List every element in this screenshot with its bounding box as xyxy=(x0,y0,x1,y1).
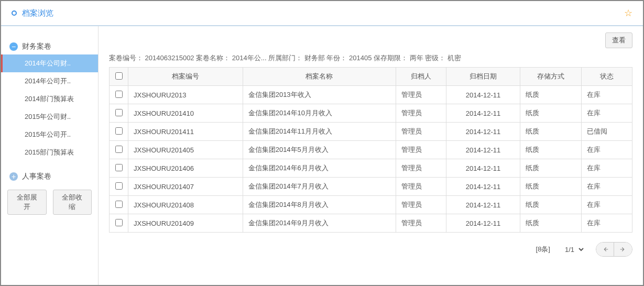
toolbar: 查看 xyxy=(109,32,632,48)
tree-item[interactable]: 2014年公司开.. xyxy=(1,72,98,90)
cell-status: 在库 xyxy=(582,141,632,159)
row-select-cell xyxy=(110,104,128,123)
expand-all-button[interactable]: 全部展开 xyxy=(7,190,47,215)
cell-name: 金信集团2014年10月月收入 xyxy=(243,104,396,123)
row-checkbox[interactable] xyxy=(115,91,123,98)
select-all-checkbox[interactable] xyxy=(115,72,123,80)
select-all-header xyxy=(110,68,128,86)
cell-name: 金信集团2013年收入 xyxy=(243,86,396,104)
view-button[interactable]: 查看 xyxy=(605,32,632,48)
cell-date: 2014-12-11 xyxy=(446,178,520,196)
sidebar-actions: 全部展开 全部收缩 xyxy=(1,184,98,220)
cell-code: JXSHOURU201409 xyxy=(128,214,243,233)
cell-date: 2014-12-11 xyxy=(446,196,520,214)
cell-name: 金信集团2014年5月月收入 xyxy=(243,141,396,159)
row-checkbox[interactable] xyxy=(115,146,123,153)
header-bullet-icon xyxy=(12,10,17,16)
cell-storage: 纸质 xyxy=(520,159,581,178)
row-checkbox[interactable] xyxy=(115,201,123,208)
cell-storage: 纸质 xyxy=(520,141,581,159)
column-header: 存储方式 xyxy=(520,68,581,86)
row-checkbox[interactable] xyxy=(115,219,123,226)
row-checkbox[interactable] xyxy=(115,182,123,190)
row-checkbox[interactable] xyxy=(115,109,123,116)
row-select-cell xyxy=(110,86,128,104)
cell-code: JXSHOURU201408 xyxy=(128,196,243,214)
cell-archiver: 管理员 xyxy=(396,214,446,233)
favorite-star-icon[interactable]: ☆ xyxy=(624,7,632,19)
cell-storage: 纸质 xyxy=(520,123,581,141)
cell-storage: 纸质 xyxy=(520,86,581,104)
row-select-cell xyxy=(110,141,128,159)
column-header: 归档日期 xyxy=(446,68,520,86)
cell-date: 2014-12-11 xyxy=(446,86,520,104)
column-header: 档案编号 xyxy=(128,68,243,86)
cell-status: 在库 xyxy=(582,178,632,196)
cell-archiver: 管理员 xyxy=(396,123,446,141)
table-row: JXSHOURU2013金信集团2013年收入管理员2014-12-11纸质在库 xyxy=(110,86,632,104)
cell-code: JXSHOURU201410 xyxy=(128,104,243,123)
tree-group-header[interactable]: 财务案卷 xyxy=(1,39,98,54)
table-row: JXSHOURU201406金信集团2014年6月月收入管理员2014-12-1… xyxy=(110,159,632,178)
main-content: 查看 案卷编号： 2014063215002 案卷名称： 2014年公... 所… xyxy=(99,26,643,285)
table-row: JXSHOURU201410金信集团2014年10月月收入管理员2014-12-… xyxy=(110,104,632,123)
pager: [8条] 1/1 xyxy=(109,242,632,257)
tree-group-label: 财务案卷 xyxy=(22,42,51,51)
tree: 财务案卷2014年公司财..2014年公司开..2014部门预算表2015年公司… xyxy=(1,31,98,184)
cell-name: 金信集团2014年6月月收入 xyxy=(243,159,396,178)
cell-storage: 纸质 xyxy=(520,178,581,196)
cell-status: 在库 xyxy=(582,86,632,104)
table-row: JXSHOURU201409金信集团2014年9月月收入管理员2014-12-1… xyxy=(110,214,632,233)
tree-item[interactable]: 2015年公司开.. xyxy=(1,126,98,144)
cell-status: 在库 xyxy=(582,196,632,214)
page-header: 档案浏览 ☆ xyxy=(1,1,643,26)
column-header: 状态 xyxy=(582,68,632,86)
tree-item[interactable]: 2014部门预算表 xyxy=(1,90,98,108)
row-select-cell xyxy=(110,159,128,178)
sidebar: 财务案卷2014年公司财..2014年公司开..2014部门预算表2015年公司… xyxy=(1,26,99,285)
cell-date: 2014-12-11 xyxy=(446,214,520,233)
pager-buttons xyxy=(596,242,632,257)
row-checkbox[interactable] xyxy=(115,164,123,171)
pager-prev-button[interactable] xyxy=(596,243,614,256)
cell-code: JXSHOURU2013 xyxy=(128,86,243,104)
cell-code: JXSHOURU201405 xyxy=(128,141,243,159)
cell-code: JXSHOURU201406 xyxy=(128,159,243,178)
tree-group-label: 人事案卷 xyxy=(22,172,51,181)
row-select-cell xyxy=(110,214,128,233)
row-select-cell xyxy=(110,123,128,141)
row-select-cell xyxy=(110,178,128,196)
cell-code: JXSHOURU201411 xyxy=(128,123,243,141)
table-row: JXSHOURU201411金信集团2014年11月月收入管理员2014-12-… xyxy=(110,123,632,141)
cell-archiver: 管理员 xyxy=(396,86,446,104)
cell-date: 2014-12-11 xyxy=(446,141,520,159)
table-row: JXSHOURU201405金信集团2014年5月月收入管理员2014-12-1… xyxy=(110,141,632,159)
app-container: 档案浏览 ☆ 财务案卷2014年公司财..2014年公司开..2014部门预算表… xyxy=(0,0,644,286)
column-header: 档案名称 xyxy=(243,68,396,86)
archive-table: 档案编号档案名称归档人归档日期存储方式状态 JXSHOURU2013金信集团20… xyxy=(109,67,632,233)
pager-page-select[interactable]: 1/1 xyxy=(561,244,585,255)
tree-item[interactable]: 2014年公司财.. xyxy=(1,54,98,72)
page-title: 档案浏览 xyxy=(22,8,624,18)
row-checkbox[interactable] xyxy=(115,127,123,135)
collapse-icon xyxy=(9,42,18,51)
tree-item[interactable]: 2015年公司财.. xyxy=(1,108,98,126)
row-select-cell xyxy=(110,196,128,214)
cell-status: 在库 xyxy=(582,159,632,178)
tree-item[interactable]: 2015部门预算表 xyxy=(1,144,98,161)
cell-archiver: 管理员 xyxy=(396,196,446,214)
pager-next-button[interactable] xyxy=(614,243,632,256)
cell-archiver: 管理员 xyxy=(396,178,446,196)
expand-icon xyxy=(9,172,18,181)
arrow-left-icon xyxy=(602,246,609,253)
collapse-all-button[interactable]: 全部收缩 xyxy=(53,190,92,215)
pager-count: [8条] xyxy=(536,245,550,254)
table-row: JXSHOURU201408金信集团2014年8月月收入管理员2014-12-1… xyxy=(110,196,632,214)
cell-name: 金信集团2014年7月月收入 xyxy=(243,178,396,196)
cell-status: 已借阅 xyxy=(582,123,632,141)
cell-status: 在库 xyxy=(582,214,632,233)
cell-storage: 纸质 xyxy=(520,196,581,214)
tree-group-header[interactable]: 人事案卷 xyxy=(1,169,98,184)
column-header: 归档人 xyxy=(396,68,446,86)
table-row: JXSHOURU201407金信集团2014年7月月收入管理员2014-12-1… xyxy=(110,178,632,196)
